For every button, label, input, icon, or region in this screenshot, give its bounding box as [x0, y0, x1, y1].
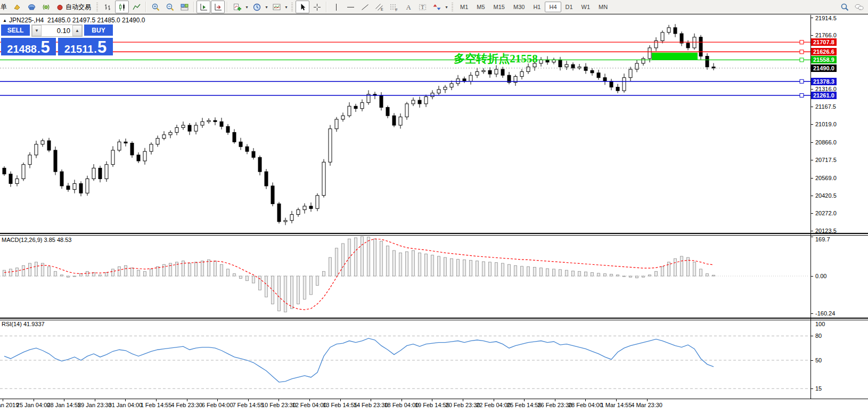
- x-axis-label: 14 Feb 23:30: [354, 402, 388, 408]
- collapse-triangle-icon[interactable]: ▲: [3, 18, 7, 23]
- y-axis-tick: [810, 35, 813, 36]
- x-axis-label: 28 Feb 04:00: [568, 402, 603, 408]
- x-axis-tick: [279, 399, 279, 401]
- x-axis-label: 28 Jan 14:55: [47, 402, 81, 408]
- x-axis-tick: [217, 399, 218, 401]
- x-axis-label: 13 Feb 14:55: [323, 402, 357, 408]
- x-axis-label: 19 Feb 14:55: [415, 402, 449, 408]
- rsi-axis-label: 80: [815, 333, 822, 339]
- price-badge: 21626.6: [811, 48, 837, 55]
- y-axis-label: 21316.0: [815, 86, 837, 92]
- x-axis-label: 31 Jan 04:00: [109, 402, 143, 408]
- x-axis-label: 12 Feb 04:00: [292, 402, 327, 408]
- macd-axis-label: -160.24: [815, 310, 835, 317]
- x-axis-tick: [647, 399, 648, 401]
- y-axis-label: 20123.5: [815, 228, 837, 234]
- rsi-axis-tick: [810, 336, 813, 336]
- x-axis-tick: [494, 399, 494, 401]
- x-axis-label: 4 Mar 23:30: [631, 402, 662, 408]
- y-axis-tick: [810, 213, 813, 214]
- x-axis-tick: [3, 399, 3, 401]
- buy-price-dot: .: [94, 43, 97, 55]
- x-axis-label: 4 Feb 23:30: [171, 402, 202, 408]
- x-axis-tick: [340, 399, 341, 401]
- x-axis-tick: [156, 399, 157, 401]
- x-axis-label: 22 Feb 04:00: [476, 402, 511, 408]
- volume-input[interactable]: [42, 25, 72, 36]
- y-axis-label: 21914.5: [815, 15, 837, 21]
- x-axis-label: 29 Jan 23:30: [78, 402, 112, 408]
- x-axis-label: 18 Feb 04:00: [384, 402, 419, 408]
- y-axis-tick: [810, 142, 813, 143]
- x-axis-label: 25 Jan 04:00: [17, 402, 51, 408]
- sell-price-display[interactable]: 21488.5: [1, 38, 56, 55]
- x-axis-tick: [371, 399, 371, 401]
- rsi-axis-label: 100: [815, 321, 825, 327]
- buy-price-int: 21511: [64, 43, 94, 55]
- rsi-label: RSI(14) 41.9337: [2, 321, 45, 327]
- x-axis-label: 7 Feb 14:55: [232, 402, 264, 408]
- x-axis-label: 6 Feb 04:00: [202, 402, 233, 408]
- rsi-axis-label: 50: [815, 357, 822, 363]
- macd-splitter[interactable]: [0, 233, 868, 236]
- price-badge: 21490.0: [811, 64, 837, 72]
- sell-price-int: 21488: [7, 43, 37, 55]
- volume-up-button[interactable]: ▲: [72, 25, 82, 36]
- buy-price-frac: 5: [97, 38, 107, 57]
- buy-price-display[interactable]: 21511.5: [58, 38, 113, 55]
- macd-axis-tick: [810, 313, 813, 314]
- x-axis-tick: [616, 399, 617, 401]
- price-badge: 21378.3: [811, 78, 837, 85]
- x-axis-label: 25 Feb 14:55: [507, 402, 542, 408]
- x-axis-tick: [95, 399, 95, 401]
- sell-price-dot: .: [37, 43, 40, 55]
- y-axis-tick: [810, 107, 813, 107]
- macd-axis-label: 169.7: [815, 236, 830, 242]
- x-axis-tick: [555, 399, 555, 401]
- rsi-axis-tick: [810, 360, 813, 361]
- macd-axis-label: 0.00: [815, 273, 826, 279]
- volume-stepper: ▼ ▲: [31, 25, 83, 37]
- y-axis-tick: [810, 196, 813, 196]
- one-click-trading-panel: SELL ▼ ▲ BUY 21488.5 21511.5: [1, 25, 113, 55]
- sell-button[interactable]: SELL: [1, 25, 30, 37]
- y-axis-tick: [810, 124, 813, 125]
- x-axis-label: 20 Feb 23:30: [446, 402, 480, 408]
- x-axis-label: 1 Mar 14:55: [601, 402, 632, 408]
- y-axis-tick: [810, 160, 813, 160]
- macd-axis-tick: [810, 237, 813, 237]
- x-axis-label: 10 Feb 23:30: [261, 402, 296, 408]
- y-axis-label: 20272.0: [815, 210, 837, 216]
- x-axis-tick: [309, 399, 310, 401]
- y-axis-label: 21766.0: [815, 32, 837, 38]
- rsi-axis-tick: [810, 320, 813, 320]
- price-badge: 21707.8: [811, 38, 837, 46]
- x-axis-tick: [64, 399, 64, 401]
- x-axis-tick: [463, 399, 463, 401]
- rsi-axis-label: 15: [815, 385, 822, 392]
- pivot-annotation: 多空转折点21558: [429, 51, 562, 66]
- macd-axis-tick: [810, 276, 813, 277]
- buy-button[interactable]: BUY: [84, 25, 113, 37]
- price-axis-border: [810, 15, 811, 399]
- time-axis-border: [0, 399, 868, 399]
- x-axis-tick: [248, 399, 249, 401]
- y-axis-label: 20717.5: [815, 157, 837, 163]
- x-axis-tick: [187, 399, 187, 401]
- volume-down-button[interactable]: ▼: [32, 25, 42, 36]
- x-axis-label: 26 Feb 23:30: [537, 402, 572, 408]
- x-axis-tick: [524, 399, 525, 401]
- x-axis-tick: [585, 399, 586, 401]
- x-axis-tick: [34, 399, 34, 401]
- y-axis-label: 20569.0: [815, 175, 837, 181]
- x-axis-tick: [432, 399, 432, 401]
- price-badge: 21558.9: [811, 56, 837, 63]
- macd-label: MACD(12,26,9) 3.85 48.53: [2, 237, 71, 243]
- ohlc-values: 21485.0 21497.5 21485.0 21490.0: [47, 17, 145, 24]
- chart-title: ▲JPN225-,H4 21485.0 21497.5 21485.0 2149…: [3, 17, 145, 24]
- y-axis-label: 20420.5: [815, 192, 837, 199]
- y-axis-tick: [810, 18, 813, 18]
- rsi-splitter[interactable]: [0, 318, 868, 320]
- price-badge: 21261.0: [811, 92, 837, 99]
- y-axis-label: 21167.5: [815, 103, 836, 110]
